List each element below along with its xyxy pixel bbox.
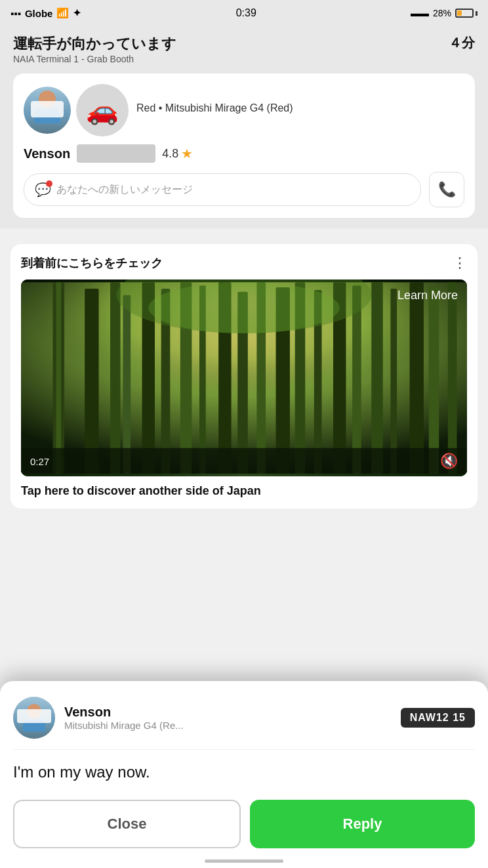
video-background	[21, 279, 467, 476]
driver-rating: 4.8 ★	[162, 146, 193, 161]
status-right: ▬▬ 28%	[411, 8, 478, 18]
ride-header: 運転手が向かっています NAIA Terminal 1 - Grab Booth…	[13, 34, 475, 64]
driver-card: 🚗 Red • Mitsubishi Mirage G4 (Red) Venso…	[13, 73, 475, 218]
modal-message: I'm on my way now.	[13, 763, 475, 781]
driver-avatars: 🚗	[24, 84, 129, 136]
carrier-info: ▪▪▪ Globe 📶 ✦	[10, 7, 81, 19]
modal-driver-info: Venson Mitsubishi Mirage G4 (Re...	[64, 705, 392, 731]
svg-rect-22	[429, 286, 439, 474]
call-button[interactable]: 📞	[429, 172, 464, 207]
modal-driver-avatar	[13, 697, 55, 739]
status-time: 0:39	[236, 7, 256, 19]
battery-icon	[455, 9, 478, 18]
svg-rect-19	[371, 282, 382, 473]
mute-icon[interactable]: 🔇	[440, 453, 458, 470]
modal-driver-car: Mitsubishi Mirage G4 (Re...	[64, 720, 392, 731]
close-button[interactable]: Close	[13, 800, 241, 848]
status-bar: ▪▪▪ Globe 📶 ✦ 0:39 ▬▬ 28%	[0, 0, 488, 26]
driver-name-row: Venson 4.8 ★	[24, 144, 464, 163]
home-indicator	[205, 859, 283, 863]
carrier-name: Globe	[25, 8, 53, 19]
ad-title: 到着前にこちらをチェック	[21, 255, 163, 271]
svg-rect-23	[448, 282, 457, 473]
ad-header: 到着前にこちらをチェック ⋮	[21, 255, 467, 272]
svg-rect-6	[123, 295, 131, 474]
video-timer: 0:27	[30, 456, 49, 467]
modal-buttons: Close Reply	[13, 800, 475, 848]
star-icon: ★	[181, 146, 193, 161]
driver-top-row: 🚗 Red • Mitsubishi Mirage G4 (Red)	[24, 84, 464, 136]
ride-subtitle: NAIA Terminal 1 - Grab Booth	[13, 54, 176, 64]
signal-bars-icon: ▪▪▪	[10, 8, 21, 19]
activity-icon: ✦	[73, 7, 81, 19]
main-content: 到着前にこちらをチェック ⋮	[0, 228, 488, 524]
ride-title: 運転手が向かっています	[13, 34, 176, 54]
forest-svg	[21, 279, 467, 476]
car-icon: 🚗	[86, 95, 119, 126]
car-info: Red • Mitsubishi Mirage G4 (Red)	[136, 102, 464, 114]
message-bar[interactable]: 💬 あなたへの新しいメッセージ 📞	[24, 172, 464, 207]
driver-name: Venson	[24, 146, 70, 161]
message-placeholder: あなたへの新しいメッセージ	[56, 183, 193, 197]
driver-avatar	[24, 87, 71, 134]
battery-percent: 28%	[433, 8, 451, 18]
svg-rect-4	[85, 289, 98, 474]
ad-caption[interactable]: Tap here to discover another side of Jap…	[21, 484, 467, 498]
wifi-icon: 📶	[56, 7, 69, 19]
license-plate: NAW12 15	[401, 708, 475, 728]
rating-value: 4.8	[162, 147, 178, 161]
message-input-area[interactable]: 💬 あなたへの新しいメッセージ	[24, 173, 421, 206]
ad-video[interactable]: Think you know Japan? Learn More 0:27 🔇	[21, 279, 467, 476]
message-dot	[46, 180, 52, 187]
ad-section: 到着前にこちらをチェック ⋮	[10, 244, 478, 508]
modal-driver-name: Venson	[64, 705, 392, 720]
message-icon: 💬	[35, 182, 51, 197]
svg-point-25	[148, 282, 339, 333]
sim-icon: ▬▬	[411, 8, 429, 18]
svg-rect-5	[110, 282, 121, 473]
phone-icon: 📞	[438, 181, 456, 198]
ride-eta: ４分	[449, 34, 475, 52]
modal-driver-row: Venson Mitsubishi Mirage G4 (Re... NAW12…	[13, 697, 475, 750]
license-plate-blur	[77, 144, 155, 163]
car-avatar: 🚗	[76, 84, 129, 136]
svg-rect-26	[21, 448, 467, 474]
learn-more-button[interactable]: Learn More	[397, 289, 458, 302]
svg-rect-3	[56, 282, 61, 473]
message-modal: Venson Mitsubishi Mirage G4 (Re... NAW12…	[0, 681, 488, 868]
ride-info-section: 運転手が向かっています NAIA Terminal 1 - Grab Booth…	[0, 26, 488, 228]
reply-button[interactable]: Reply	[250, 800, 475, 848]
svg-rect-21	[410, 282, 424, 473]
driver-details: Red • Mitsubishi Mirage G4 (Red)	[136, 102, 464, 118]
svg-rect-20	[390, 289, 397, 474]
more-options-icon[interactable]: ⋮	[453, 255, 467, 272]
